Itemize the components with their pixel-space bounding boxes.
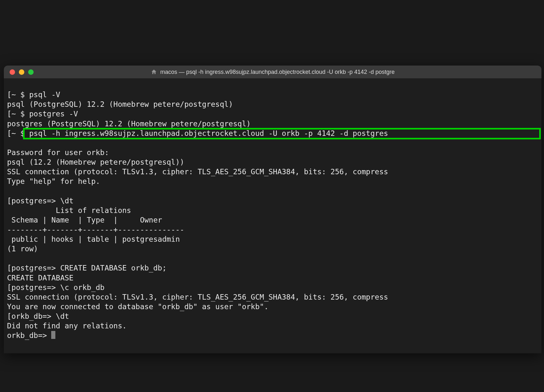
terminal-line: (1 row) (4, 245, 38, 253)
terminal-line: You are now connected to database "orkb_… (4, 302, 268, 311)
terminal-line (4, 187, 7, 195)
close-button[interactable] (10, 69, 15, 75)
title-bar: macos — psql -h ingress.w98sujpz.launchp… (4, 66, 541, 78)
maximize-button[interactable] (28, 69, 34, 75)
terminal-line: [postgres=> \dt (4, 197, 74, 205)
home-icon (151, 69, 157, 75)
terminal-line: SSL connection (protocol: TLSv1.3, ciphe… (4, 168, 388, 176)
terminal-line: [orkb_db=> \dt (4, 312, 69, 320)
terminal-line: --------+-------+-------+--------------- (4, 225, 184, 234)
terminal-line (4, 254, 7, 263)
highlighted-command-line: [~ $ psql -h ingress.w98sujpz.launchpad.… (4, 129, 541, 138)
minimize-button[interactable] (19, 69, 24, 75)
terminal-line: List of relations (4, 206, 131, 215)
window-title: macos — psql -h ingress.w98sujpz.launchp… (160, 69, 395, 75)
terminal-line: [~ $ postgres -V (4, 110, 78, 118)
cursor (51, 331, 55, 339)
terminal-line: public | hooks | table | postgresadmin (4, 235, 180, 243)
title-wrap: macos — psql -h ingress.w98sujpz.launchp… (4, 69, 541, 75)
terminal-line: [postgres=> \c orkb_db (4, 283, 105, 292)
terminal-line: Did not find any relations. (4, 322, 127, 330)
terminal-line: [postgres=> CREATE DATABASE orkb_db; (4, 264, 167, 272)
terminal-line: Schema | Name | Type | Owner (4, 216, 162, 224)
terminal-body[interactable]: [~ $ psql -V psql (PostgreSQL) 12.2 (Hom… (4, 78, 541, 350)
terminal-line: SSL connection (protocol: TLSv1.3, ciphe… (4, 293, 388, 301)
terminal-line: postgres (PostgreSQL) 12.2 (Homebrew pet… (4, 120, 251, 128)
terminal-line: orkb_db=> (7, 331, 51, 340)
terminal-line: psql (PostgreSQL) 12.2 (Homebrew petere/… (4, 100, 233, 108)
terminal-line: CREATE DATABASE (4, 274, 74, 282)
terminal-line: psql (12.2 (Homebrew petere/postgresql)) (4, 158, 184, 166)
terminal-line: Type "help" for help. (4, 177, 100, 185)
terminal-line: [~ $ psql -h ingress.w98sujpz.launchpad.… (7, 129, 388, 137)
terminal-window: macos — psql -h ingress.w98sujpz.launchp… (4, 66, 541, 353)
terminal-line: Password for user orkb: (4, 148, 109, 157)
window-controls (10, 69, 34, 75)
current-prompt-line[interactable]: orkb_db=> (4, 331, 55, 340)
terminal-line: [~ $ psql -V (4, 90, 60, 99)
